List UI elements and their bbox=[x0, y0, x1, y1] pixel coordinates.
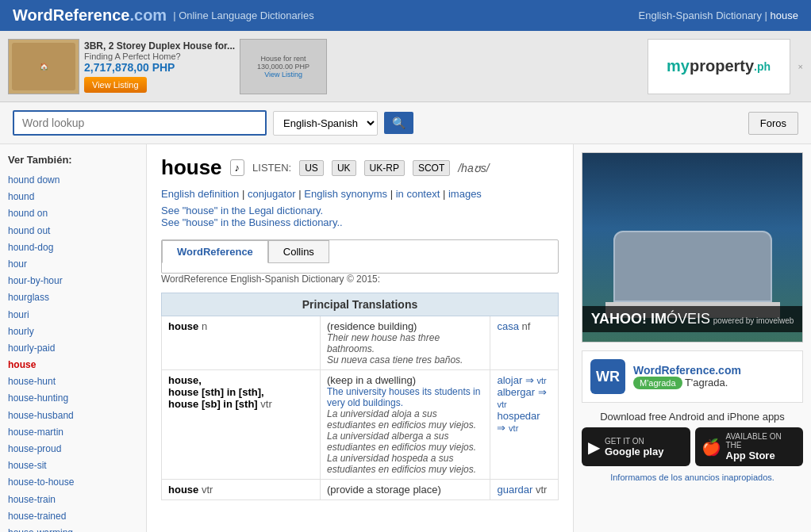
definition-cell-3: (provide a storage place) bbox=[321, 480, 490, 500]
sidebar-item-hound-down[interactable]: hound down bbox=[8, 172, 138, 189]
sidebar-item-hourly-paid[interactable]: hourly-paid bbox=[8, 340, 138, 357]
header-word-link[interactable]: house bbox=[771, 10, 798, 21]
wr-tagline: T'agrada. bbox=[685, 377, 728, 388]
ad-close-icon[interactable]: × bbox=[798, 62, 803, 71]
pron-uk-button[interactable]: UK bbox=[332, 160, 356, 176]
sidebar-item-hourglass[interactable]: hourglass bbox=[8, 289, 138, 306]
get-it-on-label: GET IT ON bbox=[605, 437, 663, 446]
wr-promo: WR WordReference.com M'agrada T'agrada. bbox=[582, 350, 803, 403]
example-es: Su nueva casa tiene tres baños. bbox=[327, 354, 483, 366]
apple-icon: 🍎 bbox=[701, 438, 721, 457]
entry-word-3: house bbox=[168, 484, 198, 496]
sidebar-item-house-proud[interactable]: house-proud bbox=[8, 441, 138, 457]
sidebar-title: Ver También: bbox=[8, 154, 138, 166]
right-ad-image[interactable]: YAHOO! IMÓVEIS powered by imovelweb bbox=[582, 152, 803, 343]
ad-view-listing-button[interactable]: View Listing bbox=[84, 77, 147, 93]
ad-myproperty[interactable]: myproperty.ph bbox=[648, 39, 790, 94]
app-section: Download free Android and iPhone apps ▶ … bbox=[582, 411, 803, 482]
english-definition-link[interactable]: English definition bbox=[161, 188, 239, 200]
search-button[interactable]: 🔍 bbox=[384, 112, 413, 134]
in-context-link[interactable]: in context bbox=[396, 188, 440, 200]
pron-ukrp-button[interactable]: UK-RP bbox=[364, 160, 405, 176]
images-link[interactable]: images bbox=[448, 188, 482, 200]
google-play-button[interactable]: ▶ GET IT ON Google play bbox=[582, 427, 690, 466]
app-store-label: App Store bbox=[726, 450, 798, 461]
sidebar-item-hound-dog[interactable]: hound-dog bbox=[8, 239, 138, 256]
tabs: WordReference Collins bbox=[162, 240, 329, 263]
report-ad-link[interactable]: Informamos de los anuncios inapropiados. bbox=[582, 473, 803, 482]
pos-2: vtr bbox=[260, 398, 271, 410]
sidebar: Ver También: hound down hound hound on h… bbox=[0, 144, 147, 532]
translation-alojar: alojar bbox=[497, 374, 522, 386]
sidebar-item-house-train[interactable]: house-train bbox=[8, 492, 138, 508]
vtr-link-2[interactable]: vtr bbox=[497, 400, 506, 409]
sidebar-item-house[interactable]: house bbox=[8, 357, 138, 373]
site-tagline: | Online Language Dictionaries bbox=[173, 10, 314, 21]
sidebar-item-house-warming[interactable]: house-warming bbox=[8, 525, 138, 532]
definition-cell-2: (keep in a dwelling) The university hous… bbox=[321, 370, 490, 480]
entry-word-2: house,house [sth] in [sth],house [sb] in… bbox=[168, 374, 264, 410]
business-dictionary-link[interactable]: See "house" in the Business dictionary.. bbox=[161, 216, 343, 228]
vtr-link-3[interactable]: vtr bbox=[509, 423, 518, 433]
search-bar: English-Spanish Spanish-English English-… bbox=[0, 102, 811, 144]
app-download-title: Download free Android and iPhone apps bbox=[582, 411, 803, 423]
sidebar-item-house-sit[interactable]: house-sit bbox=[8, 457, 138, 474]
ad-house-image: 🏠 bbox=[8, 39, 79, 94]
sidebar-item-hound-out[interactable]: hound out bbox=[8, 223, 138, 239]
translation-pos: nf bbox=[522, 320, 531, 332]
wr-promo-name[interactable]: WordReference.com bbox=[633, 364, 741, 377]
definition-cell: (residence building) Their new house has… bbox=[321, 316, 490, 370]
table-header: Principal Translations bbox=[162, 293, 559, 316]
app-store-text: AVAILABLE ON THE App Store bbox=[726, 432, 798, 461]
sidebar-item-house-trained[interactable]: house-trained bbox=[8, 508, 138, 525]
foros-button[interactable]: Foros bbox=[748, 112, 798, 135]
vtr-link-1[interactable]: vtr bbox=[537, 376, 547, 385]
listen-label: LISTEN: bbox=[252, 162, 291, 174]
sidebar-item-house-martin[interactable]: house-martin bbox=[8, 424, 138, 441]
app-buttons: ▶ GET IT ON Google play 🍎 AVAILABLE ON T… bbox=[582, 427, 803, 466]
available-on-label: AVAILABLE ON THE bbox=[726, 432, 798, 450]
google-play-icon: ▶ bbox=[588, 438, 600, 457]
ad-price: 2,717,878,00 PHP bbox=[84, 61, 235, 74]
language-selector[interactable]: English-Spanish Spanish-English English-… bbox=[273, 111, 378, 136]
wr-badge[interactable]: M'agrada bbox=[633, 377, 682, 389]
sidebar-item-house-husband[interactable]: house-husband bbox=[8, 408, 138, 424]
translation-albergar: albergar bbox=[497, 386, 535, 398]
extra-links: See "house" in the Legal dictionary. See… bbox=[161, 205, 559, 228]
example-es-2a: La universidad aloja a sus estudiantes e… bbox=[327, 408, 483, 431]
sidebar-item-hound[interactable]: hound bbox=[8, 189, 138, 205]
ad-title: 3BR, 2 Storey Duplex House for... bbox=[84, 40, 235, 52]
sidebar-item-hour[interactable]: hour bbox=[8, 256, 138, 273]
phonetic: /haʊs/ bbox=[458, 162, 489, 174]
audio-button[interactable]: ♪ bbox=[230, 159, 245, 176]
table-row: house vtr (provide a storage place) guar… bbox=[162, 480, 559, 500]
conjugator-link[interactable]: conjugator bbox=[248, 188, 296, 200]
ad-middle-image: House for rent130,000.00 PHPView Listing bbox=[240, 39, 327, 94]
search-input[interactable] bbox=[13, 110, 267, 136]
app-store-button[interactable]: 🍎 AVAILABLE ON THE App Store bbox=[695, 427, 804, 466]
sidebar-item-hour-by-hour[interactable]: hour-by-hour bbox=[8, 273, 138, 289]
source-word-2: house,house [sth] in [sth],house [sb] in… bbox=[162, 370, 321, 480]
sidebar-item-house-to-house[interactable]: house-to-house bbox=[8, 474, 138, 491]
definition-links: English definition | conjugator | Englis… bbox=[161, 188, 559, 200]
example-es-2c: La universidad hospeda a sus estudiantes… bbox=[327, 453, 483, 475]
site-logo[interactable]: WordReference.com bbox=[13, 6, 167, 25]
pron-us-button[interactable]: US bbox=[299, 160, 324, 176]
tab-collins[interactable]: Collins bbox=[268, 240, 329, 263]
content-area: house ♪ LISTEN: US UK UK-RP SCOT /haʊs/ … bbox=[147, 144, 573, 532]
site-domain: .com bbox=[129, 6, 167, 24]
legal-dictionary-link[interactable]: See "house" in the Legal dictionary. bbox=[161, 205, 323, 216]
sidebar-item-hound-on[interactable]: hound on bbox=[8, 205, 138, 222]
sidebar-item-hourly[interactable]: hourly bbox=[8, 323, 138, 340]
pron-scot-button[interactable]: SCOT bbox=[413, 160, 450, 176]
wr-promo-text: WordReference.com M'agrada T'agrada. bbox=[633, 364, 741, 389]
sidebar-item-house-hunt[interactable]: house-hunt bbox=[8, 373, 138, 390]
definition-2: (keep in a dwelling) bbox=[327, 374, 483, 386]
source-word-3: house vtr bbox=[162, 480, 321, 500]
sidebar-item-house-hunting[interactable]: house-hunting bbox=[8, 390, 138, 407]
tab-wordreference[interactable]: WordReference bbox=[162, 240, 268, 263]
sidebar-item-houri[interactable]: houri bbox=[8, 307, 138, 323]
header-dict-label: English-Spanish Dictionary bbox=[639, 10, 762, 21]
english-synonyms-link[interactable]: English synonyms bbox=[304, 188, 387, 200]
translation-word: casa bbox=[497, 320, 518, 332]
